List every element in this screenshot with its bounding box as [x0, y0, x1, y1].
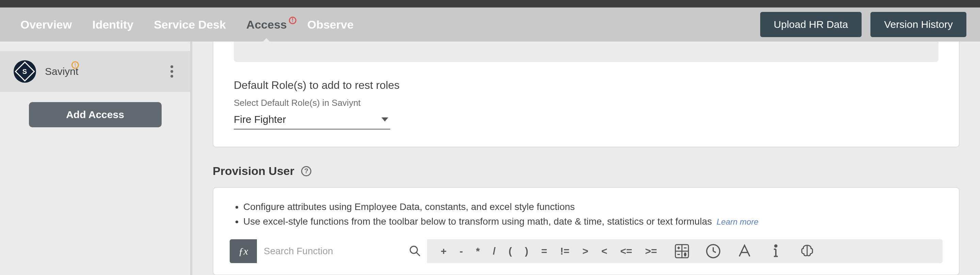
- toolbar-icon-group: [674, 243, 815, 259]
- svg-line-14: [713, 251, 716, 253]
- svg-point-9: [685, 253, 686, 254]
- tab-service-desk[interactable]: Service Desk: [154, 18, 226, 31]
- provision-user-title: Provision User: [213, 164, 294, 178]
- main-layout: S Saviynt ! Add Access Default Role(s) t…: [0, 41, 980, 275]
- op-gte[interactable]: >=: [645, 245, 657, 257]
- clock-icon[interactable]: [705, 243, 721, 259]
- brain-icon[interactable]: [799, 243, 815, 259]
- version-history-button[interactable]: Version History: [870, 12, 966, 37]
- svg-line-1: [417, 252, 420, 256]
- op-paren-open[interactable]: (: [509, 245, 512, 257]
- upload-hr-data-button[interactable]: Upload HR Data: [760, 12, 862, 37]
- app-avatar: S: [14, 60, 36, 83]
- warning-badge-icon: !: [289, 17, 296, 24]
- tab-label: Service Desk: [154, 18, 226, 31]
- default-roles-title: Default Role(s) to add to rest roles: [234, 79, 939, 92]
- tab-bar: Overview Identity Service Desk Access ! …: [0, 8, 980, 41]
- fx-button[interactable]: ƒx: [230, 239, 257, 263]
- bullet-text: Use excel-style functions from the toolb…: [243, 216, 712, 227]
- help-icon[interactable]: ?: [301, 166, 311, 176]
- svg-point-16: [775, 245, 777, 247]
- function-toolbar: ƒx + - * / ( ) = != > <: [230, 239, 943, 263]
- tab-label: Identity: [92, 18, 134, 31]
- chevron-down-icon: [382, 118, 388, 121]
- bullet-text: Configure attributes using Employee Data…: [243, 202, 575, 212]
- app-row-saviynt[interactable]: S Saviynt !: [0, 51, 190, 92]
- tab-identity[interactable]: Identity: [92, 18, 134, 31]
- add-access-button[interactable]: Add Access: [29, 102, 162, 127]
- tab-label: Observe: [307, 18, 353, 31]
- provision-user-title-row: Provision User ?: [213, 164, 959, 178]
- operator-group: + - * / ( ) = != > < <= >=: [441, 245, 657, 257]
- list-item: Configure attributes using Employee Data…: [243, 199, 943, 214]
- op-multiply[interactable]: *: [476, 245, 480, 257]
- provision-bullets: Configure attributes using Employee Data…: [230, 199, 943, 229]
- info-icon[interactable]: [768, 243, 784, 259]
- op-divide[interactable]: /: [493, 245, 495, 257]
- default-roles-select[interactable]: Fire Fighter: [234, 111, 390, 130]
- svg-point-0: [410, 246, 417, 253]
- op-lte[interactable]: <=: [620, 245, 632, 257]
- card-top-placeholder: [234, 41, 939, 62]
- tab-access[interactable]: Access !: [247, 18, 287, 31]
- list-item: Use excel-style functions from the toolb…: [243, 214, 943, 229]
- warning-icon: !: [72, 61, 79, 69]
- top-dark-strip: [0, 0, 980, 8]
- op-minus[interactable]: -: [460, 245, 463, 257]
- active-tab-indicator: [261, 38, 272, 44]
- op-gt[interactable]: >: [582, 245, 589, 257]
- op-lt[interactable]: <: [601, 245, 608, 257]
- function-search-wrap: [257, 239, 427, 263]
- op-plus[interactable]: +: [441, 245, 447, 257]
- math-icon[interactable]: [674, 243, 690, 259]
- tab-observe[interactable]: Observe: [307, 18, 353, 31]
- svg-point-10: [685, 255, 686, 256]
- learn-more-link[interactable]: Learn more: [717, 217, 759, 226]
- main-content: Default Role(s) to add to rest roles Sel…: [192, 41, 980, 275]
- text-icon[interactable]: [737, 243, 752, 259]
- search-icon[interactable]: [409, 245, 421, 257]
- default-roles-select-label: Select Default Role(s) in Saviynt: [234, 98, 939, 108]
- roles-card: Default Role(s) to add to rest roles Sel…: [213, 41, 959, 147]
- tab-label: Overview: [21, 18, 72, 31]
- sidebar: S Saviynt ! Add Access: [0, 41, 192, 275]
- function-search-input[interactable]: [264, 246, 420, 257]
- header-buttons: Upload HR Data Version History: [760, 12, 966, 37]
- app-initial: S: [22, 68, 27, 76]
- tab-label: Access: [247, 18, 287, 31]
- kebab-menu-icon[interactable]: [167, 62, 177, 81]
- select-value: Fire Fighter: [234, 114, 286, 125]
- fx-label: ƒx: [239, 245, 248, 257]
- op-equals[interactable]: =: [541, 245, 547, 257]
- tab-overview[interactable]: Overview: [21, 18, 72, 31]
- op-not-equals[interactable]: !=: [560, 245, 570, 257]
- provision-card: Configure attributes using Employee Data…: [213, 187, 959, 275]
- op-paren-close[interactable]: ): [525, 245, 528, 257]
